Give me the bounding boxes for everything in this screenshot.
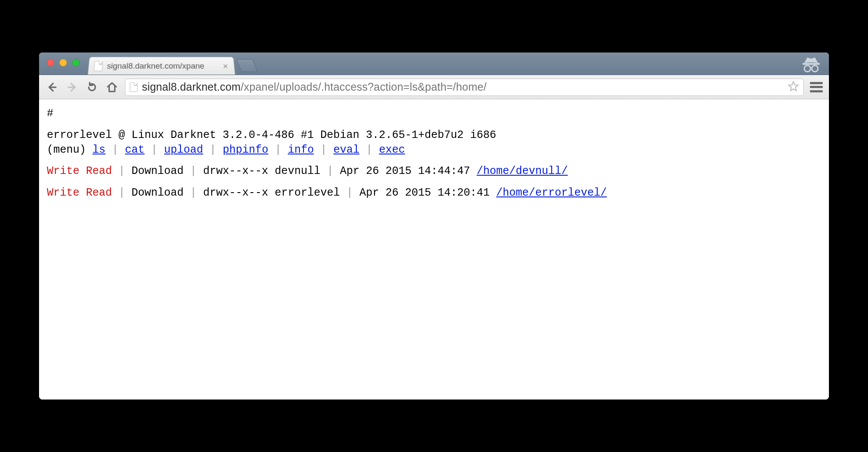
page-content: # errorlevel @ Linux Darknet 3.2.0-4-486… xyxy=(39,99,829,400)
menu-link-exec[interactable]: exec xyxy=(379,144,405,156)
system-info-line: errorlevel @ Linux Darknet 3.2.0-4-486 #… xyxy=(47,128,821,143)
tab-strip: signal8.darknet.com/xpane × xyxy=(39,52,829,75)
forward-button[interactable] xyxy=(65,80,79,94)
separator: | xyxy=(320,165,340,177)
menu-link-eval[interactable]: eval xyxy=(333,144,359,156)
file-icon xyxy=(94,61,103,71)
menu-button[interactable] xyxy=(810,82,823,92)
download-text: Download xyxy=(132,165,184,177)
separator: | xyxy=(340,187,359,199)
menu-link-cat[interactable]: cat xyxy=(125,144,145,156)
menu-line: (menu) ls | cat | upload | phpinfo | inf… xyxy=(47,143,821,157)
browser-tab[interactable]: signal8.darknet.com/xpane × xyxy=(88,57,235,75)
separator: | xyxy=(112,187,132,199)
svg-point-1 xyxy=(804,66,810,72)
url-path: /xpanel/uploads/.htaccess?action=ls&path… xyxy=(241,81,487,93)
page-icon xyxy=(130,82,138,92)
menu-link-ls[interactable]: ls xyxy=(92,144,105,156)
back-button[interactable] xyxy=(45,80,59,94)
window-close-button[interactable] xyxy=(47,59,54,66)
listing-row: Write Read | Download | drwx--x--x devnu… xyxy=(47,164,821,179)
incognito-icon xyxy=(801,55,821,75)
listing-row: Write Read | Download | drwx--x--x error… xyxy=(47,186,821,200)
separator: | xyxy=(145,144,164,156)
permissions-text: Write Read xyxy=(47,187,112,199)
window-zoom-button[interactable] xyxy=(72,59,79,66)
menu-link-info[interactable]: info xyxy=(288,144,314,156)
url-text: signal8.darknet.com/xpanel/uploads/.htac… xyxy=(142,81,487,93)
svg-rect-0 xyxy=(802,63,820,65)
home-button[interactable] xyxy=(105,80,119,94)
separator: | xyxy=(184,187,203,199)
separator: | xyxy=(359,144,379,156)
new-tab-button[interactable] xyxy=(236,59,258,72)
separator: | xyxy=(105,144,125,156)
separator: | xyxy=(112,165,132,177)
url-host: signal8.darknet.com xyxy=(142,81,241,93)
path-link[interactable]: /home/errorlevel/ xyxy=(496,187,607,199)
shebang-line: # xyxy=(47,106,821,121)
svg-point-2 xyxy=(812,66,818,72)
separator: | xyxy=(184,165,203,177)
path-link[interactable]: /home/devnull/ xyxy=(477,165,568,177)
window-controls xyxy=(47,59,79,66)
mode-owner: drwx--x--x devnull xyxy=(203,165,320,177)
browser-window: signal8.darknet.com/xpane × xyxy=(39,52,829,400)
address-bar[interactable]: signal8.darknet.com/xpanel/uploads/.htac… xyxy=(125,79,804,96)
tab-title: signal8.darknet.com/xpane xyxy=(107,61,205,70)
download-text: Download xyxy=(132,187,184,199)
mtime: Apr 26 2015 14:20:41 xyxy=(359,187,490,199)
separator: | xyxy=(203,144,223,156)
mtime: Apr 26 2015 14:44:47 xyxy=(340,165,470,177)
browser-toolbar: signal8.darknet.com/xpanel/uploads/.htac… xyxy=(39,75,829,99)
reload-button[interactable] xyxy=(85,80,99,94)
separator: | xyxy=(314,144,333,156)
bookmark-star-icon[interactable] xyxy=(788,81,799,94)
tab-close-button[interactable]: × xyxy=(223,62,228,70)
menu-link-phpinfo[interactable]: phpinfo xyxy=(223,144,268,156)
menu-label: (menu) xyxy=(47,144,86,156)
window-minimize-button[interactable] xyxy=(59,59,67,66)
separator: | xyxy=(268,144,288,156)
menu-link-upload[interactable]: upload xyxy=(164,144,203,156)
permissions-text: Write Read xyxy=(47,165,112,177)
mode-owner: drwx--x--x errorlevel xyxy=(203,187,340,199)
